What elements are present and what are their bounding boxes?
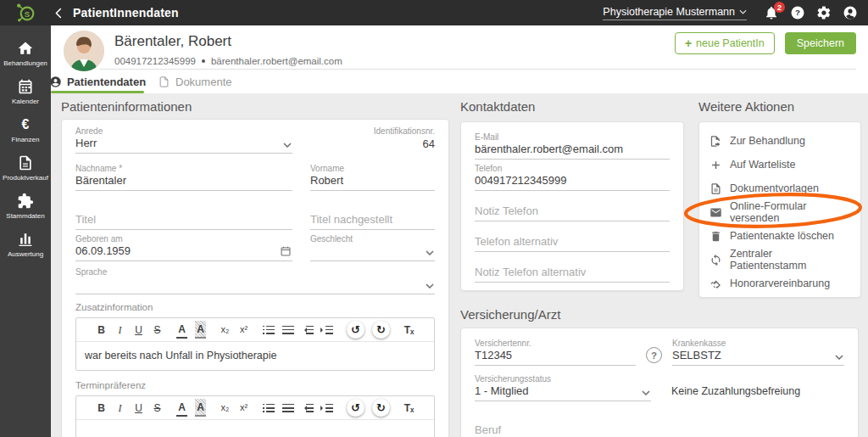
clear-format-icon[interactable]: Tₓ — [403, 399, 415, 417]
nachname-field[interactable]: Nachname * Bärentaler — [75, 164, 292, 191]
tab-dokumente[interactable]: Dokumente — [158, 76, 231, 88]
help-icon[interactable]: ? — [790, 5, 805, 20]
italic-icon[interactable]: I — [114, 321, 125, 339]
sidebar-item-behandlungen[interactable]: Behandlungen — [0, 34, 51, 72]
ordered-list-icon[interactable] — [263, 404, 275, 412]
sync-icon — [709, 254, 722, 266]
action-zur-behandlung[interactable]: Zur Behandlung — [709, 129, 850, 153]
subscript-icon[interactable]: x₂ — [220, 399, 231, 417]
versichertennr-field[interactable]: Versichertennr. T12345 — [475, 339, 636, 366]
indent-icon[interactable] — [321, 326, 333, 334]
plus-icon — [709, 159, 722, 171]
zusatzinformation-text[interactable]: war bereits nach Unfall in Physiotherapi… — [76, 342, 434, 370]
ordered-list-icon[interactable] — [263, 326, 275, 334]
telefon-field[interactable]: Telefon004917212345999 — [475, 164, 670, 191]
weitere-aktionen-card: Zur BehandlungAuf WartelisteDokumentvorl… — [698, 121, 861, 298]
action-online-formular-versenden[interactable]: Online-Formular versenden — [709, 200, 850, 224]
geboren-am-field[interactable]: Geboren am 06.09.1959 — [75, 234, 292, 261]
notiz-telefon-field[interactable]: Notiz Telefon — [475, 204, 670, 221]
text-color-icon[interactable]: A — [176, 399, 187, 417]
envelope-icon — [709, 206, 722, 219]
action-zentraler-patientenstamm[interactable]: Zentraler Patientenstamm — [709, 248, 850, 272]
new-patient-button[interactable]: neue PatientIn — [675, 32, 775, 54]
italic-icon[interactable]: I — [114, 399, 125, 417]
outdent-icon[interactable] — [302, 326, 314, 334]
outdent-icon[interactable] — [302, 404, 314, 412]
telefon-alternativ-field[interactable]: Telefon alternativ — [475, 235, 670, 252]
zusatzinformation-label: Zusatzinformation — [75, 302, 435, 312]
sidebar-item-auswertung[interactable]: Auswertung — [0, 225, 51, 263]
versicherungsstatus-select[interactable]: Versicherungsstatus 1 - Mitglied — [475, 374, 651, 401]
identification-number: Identifikationsnr. 64 — [374, 126, 435, 154]
highlight-icon[interactable]: A — [195, 399, 206, 417]
anrede-select[interactable]: Anrede Herr — [75, 126, 292, 154]
strikethrough-icon[interactable]: S — [152, 399, 163, 417]
e-mail-field[interactable]: E-Mailbärenthaler.robert@email.com — [475, 132, 670, 160]
undo-icon[interactable]: ↺ — [347, 321, 364, 339]
gear-icon[interactable] — [816, 5, 832, 20]
zuzahlung-status-text: Keine Zuzahlungsbefreiung — [671, 385, 800, 401]
undo-icon[interactable]: ↺ — [347, 399, 364, 417]
superscript-icon[interactable]: x² — [238, 321, 249, 339]
vorname-field[interactable]: Vorname Robert — [310, 164, 435, 191]
beruf-field[interactable]: Beruf — [475, 413, 651, 437]
tab-patientendaten[interactable]: Patientendaten — [51, 70, 144, 93]
bold-icon[interactable]: B — [96, 399, 107, 417]
clear-format-icon[interactable]: Tₓ — [403, 321, 415, 339]
action-auf-warteliste[interactable]: Auf Warteliste — [709, 153, 850, 176]
subscript-icon[interactable]: x₂ — [220, 321, 231, 339]
highlight-icon[interactable]: A — [195, 321, 206, 339]
section-title-versicherung-arzt: Versicherung/Arzt — [460, 307, 560, 322]
patient-phone: 004917212345999 — [114, 56, 196, 66]
titel-field[interactable]: Titel — [75, 203, 292, 230]
practice-selector[interactable]: Physiotherapie Mustermann — [603, 6, 747, 20]
calendar-icon[interactable] — [280, 245, 292, 257]
action-patientenakte-löschen[interactable]: Patientenakte löschen — [709, 224, 850, 248]
superscript-icon[interactable]: x² — [238, 399, 249, 417]
unordered-list-icon[interactable] — [282, 326, 294, 334]
sidebar-item-stammdaten[interactable]: Stammdaten — [0, 187, 51, 225]
redo-icon[interactable]: ↻ — [372, 321, 390, 339]
svg-text:S: S — [25, 9, 30, 19]
help-circle-icon[interactable] — [646, 347, 662, 363]
bell-icon[interactable]: 2 — [764, 5, 779, 20]
section-title-kontaktdaten: Kontaktdaten — [460, 99, 535, 114]
action-dokumentvorlagen[interactable]: Dokumentvorlagen — [709, 176, 850, 200]
indent-icon[interactable] — [321, 404, 333, 412]
account-icon[interactable] — [843, 5, 858, 20]
richtext-toolbar: BIUSAAx₂x²↺↻Tₓ — [76, 318, 434, 342]
unordered-list-icon[interactable] — [282, 404, 294, 412]
chevron-down-icon — [426, 250, 434, 255]
back-icon[interactable] — [53, 7, 65, 20]
sidebar-item-kalender[interactable]: Kalender — [0, 72, 51, 110]
terminpraeferenz-text[interactable] — [76, 420, 434, 437]
trash-icon — [709, 230, 722, 243]
underline-icon[interactable]: U — [133, 399, 144, 417]
bold-icon[interactable]: B — [96, 321, 107, 339]
euro-icon: € — [17, 116, 34, 133]
practice-name: Physiotherapie Mustermann — [603, 6, 735, 18]
notiz-telefon-alternativ-field[interactable]: Notiz Telefon alternativ — [475, 266, 670, 283]
action-honorarvereinbarung[interactable]: Honorarvereinbarung — [709, 272, 850, 295]
titel-nachgestellt-field[interactable]: Titel nachgestellt — [310, 203, 435, 230]
redo-icon[interactable]: ↻ — [372, 399, 390, 417]
sidebar-item-produktverkauf[interactable]: Produktverkauf — [0, 148, 51, 187]
chevron-down-icon — [642, 390, 650, 395]
strikethrough-icon[interactable]: S — [152, 321, 163, 339]
sidebar: BehandlungenKalender€FinanzenProduktverk… — [0, 25, 51, 437]
dot-separator — [202, 59, 205, 63]
sidebar-item-finanzen[interactable]: €Finanzen — [0, 110, 51, 148]
sprache-select[interactable]: Sprache — [75, 267, 435, 294]
svg-text:€: € — [22, 117, 30, 132]
productsale-icon — [17, 154, 34, 171]
geschlecht-select[interactable]: Geschlecht — [310, 234, 435, 261]
chart-icon — [17, 231, 34, 248]
text-color-icon[interactable]: A — [176, 321, 187, 339]
document-template-icon — [709, 182, 722, 195]
plus-icon — [685, 37, 692, 50]
underline-icon[interactable]: U — [133, 321, 144, 339]
krankenkasse-select[interactable]: Krankenkasse SELBSTZ — [672, 339, 844, 366]
richtext-toolbar: BIUSAAx₂x²↺↻Tₓ — [76, 396, 434, 420]
app-logo[interactable]: S — [0, 2, 51, 24]
save-button[interactable]: Speichern — [785, 32, 856, 54]
